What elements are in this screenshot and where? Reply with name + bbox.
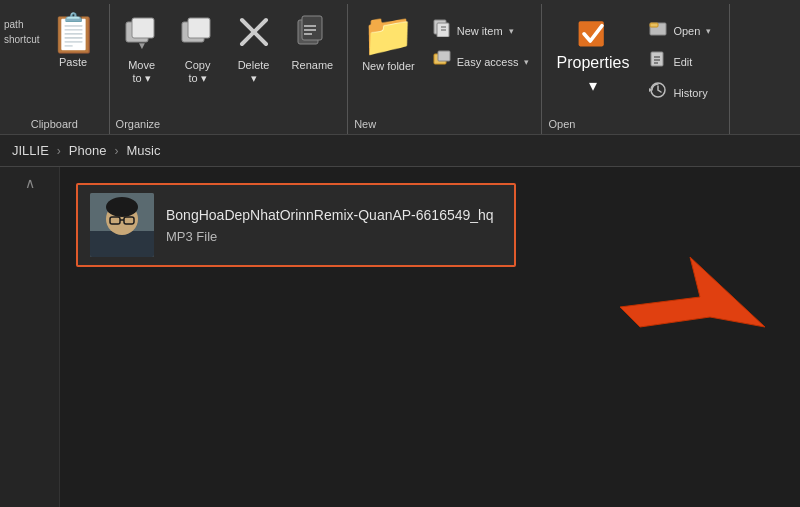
file-area: BongHoaDepNhatOrinnRemix-QuanAP-6616549_… bbox=[60, 167, 800, 507]
organize-section: ▼ Moveto ▾ Copyto ▾ bbox=[110, 4, 349, 134]
file-item[interactable]: BongHoaDepNhatOrinnRemix-QuanAP-6616549_… bbox=[76, 183, 516, 267]
delete-button[interactable]: Delete▾ bbox=[228, 10, 280, 89]
open-label: Open bbox=[548, 118, 723, 134]
nav-pane: ∧ bbox=[0, 167, 60, 507]
breadcrumb-bar: JILLIE › Phone › Music bbox=[0, 135, 800, 167]
delete-icon bbox=[236, 14, 272, 55]
svg-rect-4 bbox=[188, 18, 210, 38]
copy-to-label: Copyto ▾ bbox=[185, 59, 211, 85]
properties-label: Properties bbox=[556, 54, 629, 72]
svg-text:▼: ▼ bbox=[137, 40, 147, 50]
properties-icon bbox=[575, 14, 611, 50]
copy-to-button[interactable]: Copyto ▾ bbox=[172, 10, 224, 89]
new-folder-button[interactable]: 📁 New folder bbox=[354, 10, 423, 77]
open-section: Properties ▾ Open ▾ bbox=[542, 4, 730, 134]
new-item-button[interactable]: New item ▾ bbox=[427, 16, 536, 45]
breadcrumb-phone[interactable]: Phone bbox=[69, 143, 107, 158]
new-label: New bbox=[354, 118, 535, 134]
easy-access-label: Easy access bbox=[457, 56, 519, 68]
organize-label: Organize bbox=[116, 118, 342, 134]
rename-button[interactable]: Rename bbox=[284, 10, 342, 76]
paste-button[interactable]: 📋 Paste bbox=[42, 10, 105, 73]
open-label: Open bbox=[673, 25, 700, 37]
open-icon bbox=[649, 19, 667, 42]
new-folder-icon: 📁 bbox=[362, 14, 414, 56]
history-label: History bbox=[673, 87, 707, 99]
shortcut-label: shortcut bbox=[4, 33, 40, 46]
copy-to-icon bbox=[180, 14, 216, 55]
file-info: BongHoaDepNhatOrinnRemix-QuanAP-6616549_… bbox=[166, 206, 502, 245]
path-shortcut-labels: path shortcut bbox=[4, 10, 40, 46]
delete-label: Delete▾ bbox=[238, 59, 270, 85]
svg-rect-21 bbox=[651, 52, 663, 66]
arrow-indicator bbox=[610, 247, 770, 367]
history-button[interactable]: History bbox=[643, 78, 723, 107]
open-small-buttons: Open ▾ Edit bbox=[643, 10, 723, 107]
move-to-button[interactable]: ▼ Moveto ▾ bbox=[116, 10, 168, 89]
ribbon: path shortcut 📋 Paste Clipboard ▼ bbox=[0, 0, 800, 135]
clipboard-label: Clipboard bbox=[31, 118, 78, 134]
breadcrumb-sep-1: › bbox=[57, 144, 61, 158]
main-content: ∧ bbox=[0, 167, 800, 507]
easy-access-button[interactable]: Easy access ▾ bbox=[427, 47, 536, 76]
history-icon bbox=[649, 81, 667, 104]
new-folder-label: New folder bbox=[362, 60, 415, 73]
svg-rect-17 bbox=[438, 51, 450, 61]
file-name: BongHoaDepNhatOrinnRemix-QuanAP-6616549_… bbox=[166, 206, 502, 226]
properties-button[interactable]: Properties ▾ bbox=[548, 10, 637, 99]
file-type: MP3 File bbox=[166, 229, 502, 244]
breadcrumb-jillie[interactable]: JILLIE bbox=[12, 143, 49, 158]
new-small-buttons: New item ▾ Easy access ▾ bbox=[427, 10, 536, 76]
breadcrumb-sep-2: › bbox=[114, 144, 118, 158]
easy-access-icon bbox=[433, 50, 451, 73]
rename-icon bbox=[294, 14, 330, 55]
paste-icon: 📋 bbox=[50, 14, 97, 52]
new-section: 📁 New folder New item ▾ bbox=[348, 4, 542, 134]
svg-rect-1 bbox=[132, 18, 154, 38]
rename-label: Rename bbox=[292, 59, 334, 72]
path-label: path bbox=[4, 18, 40, 31]
thumbnail-image bbox=[90, 193, 154, 257]
move-to-label: Moveto ▾ bbox=[128, 59, 155, 85]
breadcrumb-music[interactable]: Music bbox=[126, 143, 160, 158]
edit-icon bbox=[649, 50, 667, 73]
new-item-icon bbox=[433, 19, 451, 42]
edit-label: Edit bbox=[673, 56, 692, 68]
new-item-label: New item bbox=[457, 25, 503, 37]
svg-rect-8 bbox=[302, 16, 322, 40]
svg-point-30 bbox=[106, 197, 138, 217]
svg-marker-34 bbox=[620, 257, 765, 327]
move-to-icon: ▼ bbox=[124, 14, 160, 55]
open-button[interactable]: Open ▾ bbox=[643, 16, 723, 45]
edit-button[interactable]: Edit bbox=[643, 47, 723, 76]
collapse-chevron-icon[interactable]: ∧ bbox=[25, 175, 35, 191]
clipboard-section: path shortcut 📋 Paste Clipboard bbox=[0, 4, 110, 134]
svg-rect-20 bbox=[650, 23, 658, 27]
file-thumbnail bbox=[90, 193, 154, 257]
